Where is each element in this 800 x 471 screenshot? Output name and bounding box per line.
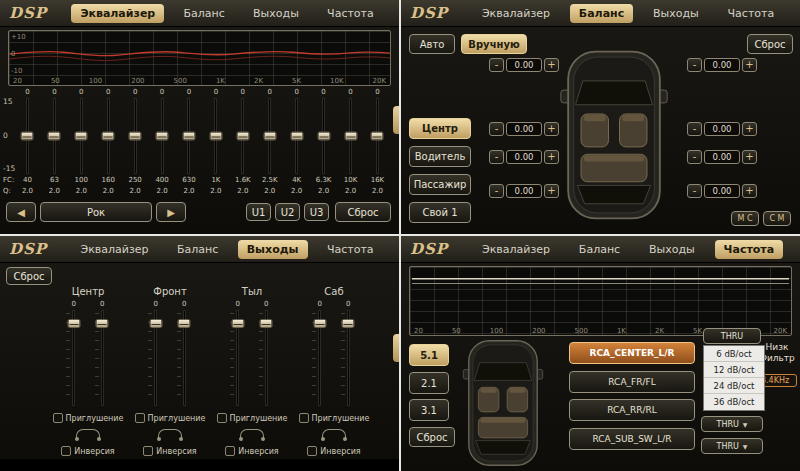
tab-balance[interactable]: Баланс xyxy=(570,4,633,23)
slider-handle[interactable] xyxy=(260,319,273,328)
slope-option-36db[interactable]: 36 dB/oct xyxy=(704,394,764,410)
tab-balance[interactable]: Баланс xyxy=(570,240,629,259)
output-slider[interactable] xyxy=(265,310,268,406)
minus-button[interactable]: - xyxy=(687,150,702,164)
tab-equalizer[interactable]: Эквалайзер xyxy=(473,240,559,259)
config-5-1-button[interactable]: 5.1 xyxy=(409,344,449,366)
checkbox-icon[interactable] xyxy=(135,413,145,423)
balance-reset-button[interactable]: Сброс xyxy=(747,34,793,54)
channel-rca-rear-button[interactable]: RCA_RR/RL xyxy=(569,399,695,421)
output-slider[interactable] xyxy=(101,310,104,406)
config-2-1-button[interactable]: 2.1 xyxy=(409,372,449,394)
slope-option-6db[interactable]: 6 dB/oct xyxy=(704,346,764,362)
slider-handle[interactable] xyxy=(156,132,169,141)
freq-reset-button[interactable]: Сброс xyxy=(409,427,455,447)
output-slider[interactable] xyxy=(183,310,186,406)
slider-handle[interactable] xyxy=(342,319,355,328)
slider-handle[interactable] xyxy=(48,132,61,141)
minus-button[interactable]: - xyxy=(687,184,702,198)
tab-equalizer[interactable]: Эквалайзер xyxy=(473,4,559,23)
tab-outputs[interactable]: Выходы xyxy=(640,240,704,259)
tab-balance[interactable]: Баланс xyxy=(175,4,234,23)
tab-balance[interactable]: Баланс xyxy=(168,240,227,259)
link-channels-icon[interactable] xyxy=(76,429,100,439)
preset-passenger-button[interactable]: Пассажир xyxy=(409,174,471,195)
eq-band-slider[interactable] xyxy=(295,98,298,174)
minus-button[interactable]: - xyxy=(489,150,504,164)
slider-handle[interactable] xyxy=(149,319,162,328)
eq-band-slider[interactable] xyxy=(53,98,56,174)
link-channels-icon[interactable] xyxy=(322,429,346,439)
tab-frequency[interactable]: Частота xyxy=(318,240,383,259)
mute-toggle[interactable]: Приглушение xyxy=(217,413,288,423)
slider-handle[interactable] xyxy=(129,132,142,141)
outputs-reset-button[interactable]: Сброс xyxy=(6,267,52,285)
plus-button[interactable]: + xyxy=(544,122,559,136)
memory-u3-button[interactable]: U3 xyxy=(304,203,329,221)
slope-option-24db[interactable]: 24 dB/oct xyxy=(704,378,764,394)
mute-toggle[interactable]: Приглушение xyxy=(135,413,206,423)
invert-toggle[interactable]: Инверсия xyxy=(143,446,196,456)
checkbox-icon[interactable] xyxy=(143,446,153,456)
slider-handle[interactable] xyxy=(290,132,303,141)
plus-button[interactable]: + xyxy=(742,184,757,198)
tab-frequency[interactable]: Частота xyxy=(318,4,383,23)
invert-toggle[interactable]: Инверсия xyxy=(61,446,114,456)
output-slider[interactable] xyxy=(154,310,157,406)
preset-next-button[interactable]: ▶ xyxy=(156,202,186,222)
eq-band-slider[interactable] xyxy=(134,98,137,174)
slider-handle[interactable] xyxy=(96,319,109,328)
config-3-1-button[interactable]: 3.1 xyxy=(409,399,449,421)
eq-band-slider[interactable] xyxy=(268,98,271,174)
invert-toggle[interactable]: Инверсия xyxy=(225,446,278,456)
link-channels-icon[interactable] xyxy=(158,429,182,439)
tab-frequency[interactable]: Частота xyxy=(719,4,784,23)
slider-handle[interactable] xyxy=(344,132,357,141)
side-panel-handle[interactable] xyxy=(393,334,399,362)
manual-mode-button[interactable]: Вручную xyxy=(461,34,527,54)
eq-band-slider[interactable] xyxy=(26,98,29,174)
slider-handle[interactable] xyxy=(67,319,80,328)
minus-button[interactable]: - xyxy=(687,58,702,72)
checkbox-icon[interactable] xyxy=(299,413,309,423)
eq-band-slider[interactable] xyxy=(349,98,352,174)
tab-equalizer[interactable]: Эквалайзер xyxy=(71,4,164,23)
tab-outputs[interactable]: Выходы xyxy=(238,240,308,259)
eq-band-slider[interactable] xyxy=(161,98,164,174)
tab-equalizer[interactable]: Эквалайзер xyxy=(72,240,158,259)
slider-handle[interactable] xyxy=(236,132,249,141)
checkbox-icon[interactable] xyxy=(225,446,235,456)
checkbox-icon[interactable] xyxy=(61,446,71,456)
eq-band-slider[interactable] xyxy=(80,98,83,174)
output-slider[interactable] xyxy=(318,310,321,406)
preset-center-button[interactable]: Центр xyxy=(409,118,471,139)
thru-select-2[interactable]: THRU ▼ xyxy=(701,438,763,454)
plus-button[interactable]: + xyxy=(742,58,757,72)
preset-driver-button[interactable]: Водитель xyxy=(409,146,471,167)
slider-handle[interactable] xyxy=(231,319,244,328)
mute-toggle[interactable]: Приглушение xyxy=(299,413,370,423)
tab-outputs[interactable]: Выходы xyxy=(644,4,708,23)
mute-toggle[interactable]: Приглушение xyxy=(53,413,124,423)
eq-band-slider[interactable] xyxy=(241,98,244,174)
minus-button[interactable]: - xyxy=(687,122,702,136)
eq-reset-button[interactable]: Сброс xyxy=(335,202,391,222)
slope-option-12db[interactable]: 12 dB/oct xyxy=(704,362,764,378)
eq-band-slider[interactable] xyxy=(214,98,217,174)
slider-handle[interactable] xyxy=(21,132,34,141)
plus-button[interactable]: + xyxy=(544,184,559,198)
preset-prev-button[interactable]: ◀ xyxy=(6,202,36,222)
eq-band-slider[interactable] xyxy=(376,98,379,174)
eq-band-slider[interactable] xyxy=(187,98,190,174)
slider-handle[interactable] xyxy=(182,132,195,141)
preset-custom-button[interactable]: Свой 1 xyxy=(409,202,471,223)
slider-handle[interactable] xyxy=(178,319,191,328)
auto-mode-button[interactable]: Авто xyxy=(409,34,455,54)
link-channels-icon[interactable] xyxy=(240,429,264,439)
slider-handle[interactable] xyxy=(263,132,276,141)
minus-button[interactable]: - xyxy=(489,184,504,198)
checkbox-icon[interactable] xyxy=(53,413,63,423)
invert-toggle[interactable]: Инверсия xyxy=(307,446,360,456)
plus-button[interactable]: + xyxy=(544,58,559,72)
checkbox-icon[interactable] xyxy=(217,413,227,423)
